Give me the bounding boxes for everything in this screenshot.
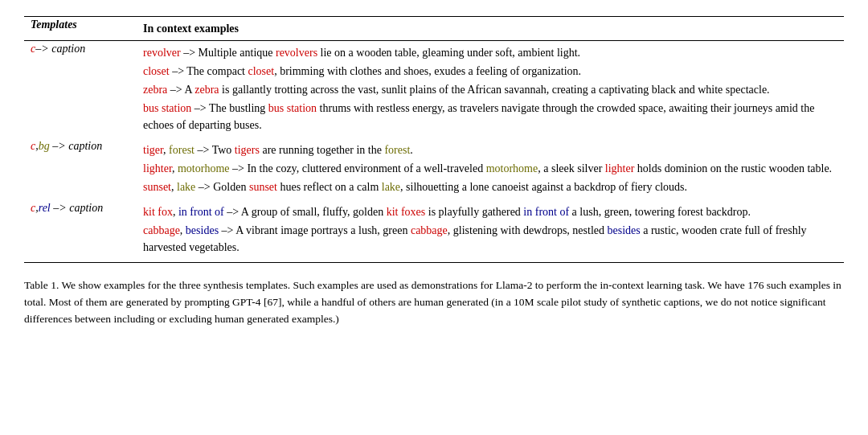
table-caption: Table 1. We show examples for the three … [24, 276, 844, 328]
example-zebra: zebra –> A zebra is gallantly trotting a… [143, 81, 837, 98]
examples-cell-crel-caption: kit fox, in front of –> A group of small… [137, 200, 844, 263]
table-row: c,bg –> caption tiger, forest –> Two tig… [24, 138, 844, 200]
examples-cell-cbg-caption: tiger, forest –> Two tigers are running … [137, 138, 844, 200]
example-kit-fox: kit fox, in front of –> A group of small… [143, 203, 837, 220]
template-cell-c-caption: c–> caption [24, 41, 137, 139]
example-cabbage-besides: cabbage, besides –> A vibrant image port… [143, 222, 837, 256]
example-tiger-forest: tiger, forest –> Two tigers are running … [143, 142, 837, 158]
example-closet: closet –> The compact closet, brimming w… [143, 63, 837, 80]
example-revolver: revolver –> Multiple antique revolvers l… [143, 44, 837, 61]
template-cell-cbg-caption: c,bg –> caption [24, 138, 137, 200]
example-lighter-motorhome: lighter, motorhome –> In the cozy, clutt… [143, 160, 837, 177]
examples-cell-c-caption: revolver –> Multiple antique revolvers l… [137, 41, 844, 139]
col-header-examples: In context examples [137, 17, 844, 41]
template-cell-crel-caption: c,rel –> caption [24, 200, 137, 263]
example-bus-station: bus station –> The bustling bus station … [143, 100, 837, 133]
col-header-templates: Templates [24, 17, 137, 41]
table-row: c–> caption revolver –> Multiple antique… [24, 41, 844, 139]
table-row: c,rel –> caption kit fox, in front of –>… [24, 200, 844, 263]
example-sunset-lake: sunset, lake –> Golden sunset hues refle… [143, 179, 837, 195]
